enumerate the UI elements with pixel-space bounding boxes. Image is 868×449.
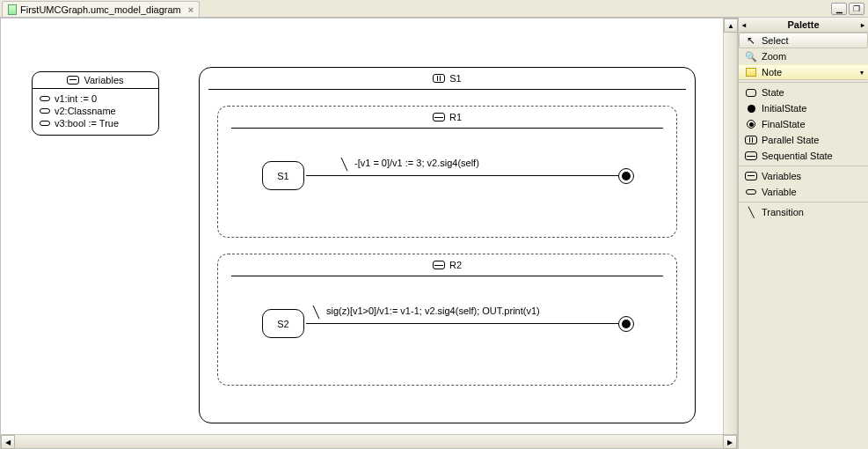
note-icon (745, 67, 757, 77)
parallel-state-icon (745, 135, 757, 145)
window-buttons: ▁ ❐ (831, 0, 868, 17)
parallel-state-s1[interactable]: S1 R1 S1 ╲ -[v1 = 0]/v1 := 3; v2.sig (199, 67, 696, 423)
state-node[interactable]: S2 (262, 309, 304, 338)
variable-row[interactable]: v1:int := 0 (40, 92, 151, 105)
scroll-up-button[interactable]: ▲ (724, 18, 738, 33)
region-r2[interactable]: R2 S2 ╲ sig(z)[v1>0]/v1:= v1-1; v2.sig4(… (217, 254, 677, 386)
palette-note-tool[interactable]: Note ▾ (739, 64, 868, 80)
final-state-dot-icon (622, 172, 631, 180)
variable-row[interactable]: v3:bool := True (40, 117, 151, 129)
transition-origin-icon: ╲ (313, 305, 319, 319)
maximize-button[interactable]: ❐ (849, 3, 864, 15)
transition[interactable] (306, 323, 618, 324)
parallel-state-icon (433, 74, 445, 83)
palette-final-state[interactable]: FinalState (739, 116, 868, 132)
final-state-icon (745, 119, 757, 129)
palette-panel: ◂ Palette ▸ ↖ Select 🔍 Zoom Note ▾ State (738, 18, 868, 449)
tab-bar: FirstUMCGraph.umc_model_diagram × ▁ ❐ (0, 0, 868, 18)
palette-sequential-state[interactable]: Sequential State (739, 148, 868, 164)
final-state-node[interactable] (618, 168, 634, 184)
final-state-node[interactable] (618, 316, 634, 332)
region-header: R2 (231, 254, 663, 276)
variables-icon (745, 171, 757, 181)
variable-icon (745, 187, 757, 197)
palette-initial-state[interactable]: InitialState (739, 100, 868, 116)
scroll-left-button[interactable]: ◀ (1, 435, 15, 449)
diagram-canvas-wrap: Variables v1:int := 0 v2:Classname (0, 18, 738, 449)
palette-select-tool[interactable]: ↖ Select (739, 33, 868, 48)
variable-icon (40, 121, 50, 126)
zoom-icon: 🔍 (745, 51, 757, 62)
palette-zoom-tool[interactable]: 🔍 Zoom (739, 48, 868, 64)
state-icon (745, 87, 757, 98)
sequential-state-icon (433, 113, 445, 121)
state-header: S1 (208, 68, 686, 90)
transition-label[interactable]: -[v1 = 0]/v1 := 3; v2.sig4(self) (354, 158, 479, 168)
cursor-icon: ↖ (745, 35, 757, 46)
palette-transition[interactable]: ╲ Transition (739, 204, 868, 220)
sequential-state-icon (433, 261, 445, 269)
transition[interactable] (306, 175, 618, 176)
close-icon[interactable]: × (188, 4, 193, 15)
state-node[interactable]: S1 (262, 161, 304, 190)
horizontal-scrollbar[interactable]: ◀ ▶ (1, 434, 737, 448)
palette-parallel-state[interactable]: Parallel State (739, 132, 868, 148)
tab-title: FirstUMCGraph.umc_model_diagram (20, 4, 181, 15)
region-r1[interactable]: R1 S1 ╲ -[v1 = 0]/v1 := 3; v2.sig4(self) (217, 106, 677, 238)
sequential-state-icon (745, 151, 757, 161)
vertical-scrollbar[interactable]: ▲ (723, 18, 737, 434)
resize-grip (854, 435, 868, 449)
chevron-down-icon: ▾ (860, 69, 864, 77)
palette-state[interactable]: State (739, 85, 868, 100)
minimize-button[interactable]: ▁ (831, 3, 847, 15)
transition-origin-icon: ╲ (341, 158, 347, 171)
transition-icon: ╲ (745, 207, 757, 217)
variables-title: Variables (33, 72, 158, 89)
variables-icon (67, 76, 79, 85)
final-state-dot-icon (622, 320, 631, 328)
palette-variables[interactable]: Variables (739, 168, 868, 184)
scroll-right-button[interactable]: ▶ (723, 435, 737, 449)
transition-label[interactable]: sig(z)[v1>0]/v1:= v1-1; v2.sig4(self); O… (326, 305, 540, 316)
diagram-file-icon (8, 4, 17, 15)
variable-row[interactable]: v2:Classname (40, 105, 151, 117)
palette-header[interactable]: ◂ Palette ▸ (739, 18, 868, 33)
chevron-right-icon: ▸ (861, 21, 864, 29)
palette-variable[interactable]: Variable (739, 184, 868, 200)
editor-tab[interactable]: FirstUMCGraph.umc_model_diagram × (2, 1, 200, 17)
chevron-left-icon: ◂ (742, 21, 746, 29)
variables-box[interactable]: Variables v1:int := 0 v2:Classname (32, 71, 159, 136)
diagram-canvas[interactable]: Variables v1:int := 0 v2:Classname (1, 18, 723, 434)
initial-state-icon (745, 103, 757, 114)
region-header: R1 (231, 107, 663, 129)
variable-icon (40, 96, 50, 101)
variable-icon (40, 108, 50, 114)
